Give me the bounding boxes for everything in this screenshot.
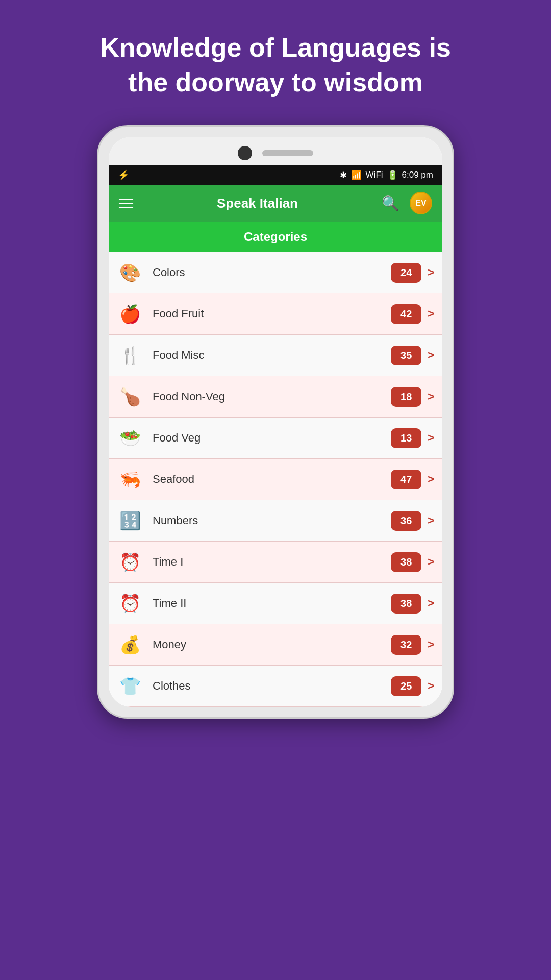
ev-badge: EV: [410, 192, 432, 214]
chevron-right-icon: >: [428, 473, 434, 486]
category-count: 42: [391, 304, 421, 324]
app-title: Speak Italian: [143, 195, 371, 211]
category-icon: ⏰: [117, 549, 143, 575]
usb-icon: ⚡: [118, 169, 129, 181]
category-count: 25: [391, 676, 421, 696]
category-icon: 🍴: [117, 342, 143, 369]
menu-button[interactable]: [119, 199, 133, 208]
list-item[interactable]: 🦐 Seafood 47 >: [109, 459, 442, 500]
category-name: Clothes: [153, 679, 391, 693]
list-item[interactable]: ⏰ Time II 38 >: [109, 583, 442, 624]
list-item[interactable]: 🍎 Food Fruit 42 >: [109, 293, 442, 335]
category-count: 18: [391, 387, 421, 407]
camera: [238, 146, 252, 160]
status-left: ⚡: [118, 169, 129, 181]
category-count: 38: [391, 594, 421, 614]
list-item[interactable]: 🥗 Food Veg 13 >: [109, 418, 442, 459]
chevron-right-icon: >: [428, 349, 434, 362]
category-icon: 🦐: [117, 466, 143, 493]
speaker: [262, 150, 313, 156]
phone-device: ⚡ ✱ 📶 WiFi 🔋 6:09 pm Speak Italian 🔍 EV …: [97, 125, 454, 719]
search-button[interactable]: 🔍: [382, 195, 399, 212]
status-bar: ⚡ ✱ 📶 WiFi 🔋 6:09 pm: [109, 165, 442, 185]
chevron-right-icon: >: [428, 514, 434, 527]
bluetooth-icon: ✱: [340, 170, 347, 181]
list-item[interactable]: 💰 Money 32 >: [109, 624, 442, 666]
category-name: Food Veg: [153, 431, 391, 445]
category-count: 38: [391, 552, 421, 572]
quote-line2: the doorway to wisdom: [128, 67, 423, 97]
ev-label: EV: [415, 199, 426, 208]
list-item[interactable]: 🍴 Food Misc 35 >: [109, 335, 442, 376]
chevron-right-icon: >: [428, 679, 434, 693]
chevron-right-icon: >: [428, 266, 434, 279]
category-name: Numbers: [153, 514, 391, 527]
chevron-right-icon: >: [428, 638, 434, 651]
list-item[interactable]: 🎨 Colors 24 >: [109, 252, 442, 293]
chevron-right-icon: >: [428, 597, 434, 610]
category-icon: 🍗: [117, 383, 143, 410]
category-icon: 🔢: [117, 507, 143, 534]
categories-bar: Categories: [109, 222, 442, 252]
category-count: 36: [391, 511, 421, 531]
category-count: 13: [391, 428, 421, 448]
battery-icon: 🔋: [387, 170, 398, 181]
category-icon: 👕: [117, 673, 143, 699]
phone-top-bar: [109, 137, 442, 165]
chevron-right-icon: >: [428, 431, 434, 445]
status-right: ✱ 📶 WiFi 🔋 6:09 pm: [340, 170, 433, 181]
clock: 6:09 pm: [402, 170, 433, 180]
category-icon: 🍎: [117, 301, 143, 327]
category-name: Money: [153, 638, 391, 651]
app-toolbar: Speak Italian 🔍 EV: [109, 185, 442, 222]
categories-label: Categories: [244, 230, 307, 243]
list-item[interactable]: 🔢 Numbers 36 >: [109, 500, 442, 542]
category-icon: 🎨: [117, 259, 143, 286]
chevron-right-icon: >: [428, 390, 434, 403]
wifi-icon: WiFi: [366, 170, 383, 180]
category-icon: ⏰: [117, 590, 143, 617]
category-list: 🎨 Colors 24 > 🍎 Food Fruit 42 > 🍴 Food M…: [109, 252, 442, 707]
category-icon: 💰: [117, 631, 143, 658]
list-item[interactable]: ⏰ Time I 38 >: [109, 542, 442, 583]
quote-line1: Knowledge of Languages is: [100, 33, 451, 62]
category-name: Seafood: [153, 473, 391, 486]
category-count: 32: [391, 635, 421, 655]
category-name: Colors: [153, 266, 391, 279]
category-count: 47: [391, 470, 421, 489]
category-count: 24: [391, 263, 421, 283]
list-item[interactable]: 👕 Clothes 25 >: [109, 666, 442, 707]
signal-icon: 📶: [351, 170, 362, 181]
category-name: Time I: [153, 555, 391, 569]
category-name: Time II: [153, 597, 391, 610]
category-name: Food Non-Veg: [153, 390, 391, 403]
category-icon: 🥗: [117, 425, 143, 451]
list-item[interactable]: 🍗 Food Non-Veg 18 >: [109, 376, 442, 418]
chevron-right-icon: >: [428, 307, 434, 321]
category-name: Food Fruit: [153, 307, 391, 321]
chevron-right-icon: >: [428, 555, 434, 569]
header-quote: Knowledge of Languages is the doorway to…: [59, 0, 492, 125]
category-name: Food Misc: [153, 349, 391, 362]
category-count: 35: [391, 346, 421, 365]
